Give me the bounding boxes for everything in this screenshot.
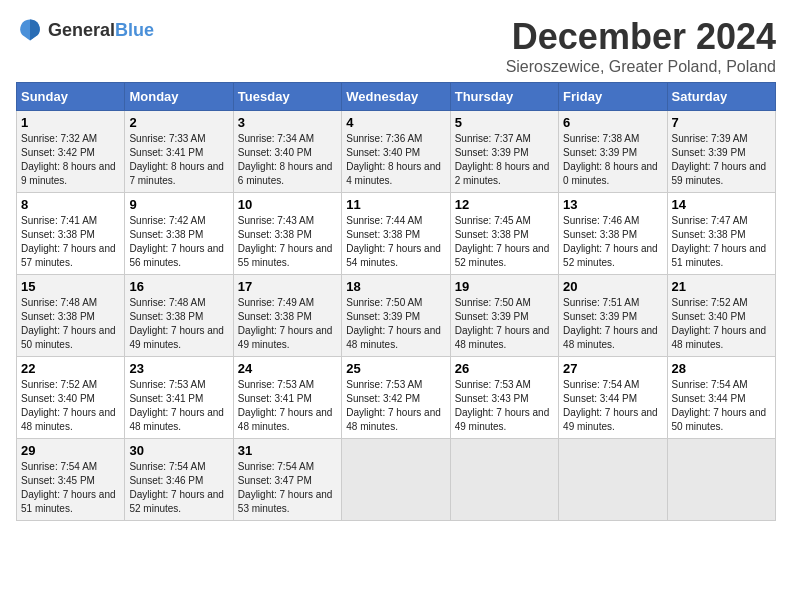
day-number: 4 — [346, 115, 445, 130]
day-info: Sunrise: 7:34 AMSunset: 3:40 PMDaylight:… — [238, 133, 333, 186]
week-row-1: 1 Sunrise: 7:32 AMSunset: 3:42 PMDayligh… — [17, 111, 776, 193]
day-cell: 29 Sunrise: 7:54 AMSunset: 3:45 PMDaylig… — [17, 439, 125, 521]
header-row: SundayMondayTuesdayWednesdayThursdayFrid… — [17, 83, 776, 111]
day-info: Sunrise: 7:54 AMSunset: 3:45 PMDaylight:… — [21, 461, 116, 514]
day-info: Sunrise: 7:39 AMSunset: 3:39 PMDaylight:… — [672, 133, 767, 186]
day-info: Sunrise: 7:52 AMSunset: 3:40 PMDaylight:… — [672, 297, 767, 350]
day-number: 2 — [129, 115, 228, 130]
day-number: 8 — [21, 197, 120, 212]
week-row-5: 29 Sunrise: 7:54 AMSunset: 3:45 PMDaylig… — [17, 439, 776, 521]
day-cell: 23 Sunrise: 7:53 AMSunset: 3:41 PMDaylig… — [125, 357, 233, 439]
day-number: 18 — [346, 279, 445, 294]
day-cell: 10 Sunrise: 7:43 AMSunset: 3:38 PMDaylig… — [233, 193, 341, 275]
day-cell: 22 Sunrise: 7:52 AMSunset: 3:40 PMDaylig… — [17, 357, 125, 439]
day-number: 14 — [672, 197, 771, 212]
day-info: Sunrise: 7:44 AMSunset: 3:38 PMDaylight:… — [346, 215, 441, 268]
day-number: 31 — [238, 443, 337, 458]
header-cell-tuesday: Tuesday — [233, 83, 341, 111]
day-info: Sunrise: 7:38 AMSunset: 3:39 PMDaylight:… — [563, 133, 658, 186]
day-number: 29 — [21, 443, 120, 458]
day-number: 27 — [563, 361, 662, 376]
day-number: 26 — [455, 361, 554, 376]
day-info: Sunrise: 7:32 AMSunset: 3:42 PMDaylight:… — [21, 133, 116, 186]
day-info: Sunrise: 7:42 AMSunset: 3:38 PMDaylight:… — [129, 215, 224, 268]
day-cell: 14 Sunrise: 7:47 AMSunset: 3:38 PMDaylig… — [667, 193, 775, 275]
day-number: 1 — [21, 115, 120, 130]
day-cell: 11 Sunrise: 7:44 AMSunset: 3:38 PMDaylig… — [342, 193, 450, 275]
day-cell: 18 Sunrise: 7:50 AMSunset: 3:39 PMDaylig… — [342, 275, 450, 357]
day-cell: 19 Sunrise: 7:50 AMSunset: 3:39 PMDaylig… — [450, 275, 558, 357]
day-info: Sunrise: 7:49 AMSunset: 3:38 PMDaylight:… — [238, 297, 333, 350]
day-info: Sunrise: 7:54 AMSunset: 3:47 PMDaylight:… — [238, 461, 333, 514]
day-cell: 4 Sunrise: 7:36 AMSunset: 3:40 PMDayligh… — [342, 111, 450, 193]
day-info: Sunrise: 7:50 AMSunset: 3:39 PMDaylight:… — [346, 297, 441, 350]
day-info: Sunrise: 7:33 AMSunset: 3:41 PMDaylight:… — [129, 133, 224, 186]
day-cell: 9 Sunrise: 7:42 AMSunset: 3:38 PMDayligh… — [125, 193, 233, 275]
day-number: 21 — [672, 279, 771, 294]
day-cell: 2 Sunrise: 7:33 AMSunset: 3:41 PMDayligh… — [125, 111, 233, 193]
day-info: Sunrise: 7:37 AMSunset: 3:39 PMDaylight:… — [455, 133, 550, 186]
day-number: 7 — [672, 115, 771, 130]
day-cell: 1 Sunrise: 7:32 AMSunset: 3:42 PMDayligh… — [17, 111, 125, 193]
day-cell: 27 Sunrise: 7:54 AMSunset: 3:44 PMDaylig… — [559, 357, 667, 439]
day-info: Sunrise: 7:48 AMSunset: 3:38 PMDaylight:… — [21, 297, 116, 350]
day-info: Sunrise: 7:54 AMSunset: 3:46 PMDaylight:… — [129, 461, 224, 514]
day-number: 28 — [672, 361, 771, 376]
day-number: 11 — [346, 197, 445, 212]
header-cell-saturday: Saturday — [667, 83, 775, 111]
logo: GeneralBlue — [16, 16, 154, 44]
day-cell: 17 Sunrise: 7:49 AMSunset: 3:38 PMDaylig… — [233, 275, 341, 357]
day-number: 20 — [563, 279, 662, 294]
day-cell: 6 Sunrise: 7:38 AMSunset: 3:39 PMDayligh… — [559, 111, 667, 193]
week-row-3: 15 Sunrise: 7:48 AMSunset: 3:38 PMDaylig… — [17, 275, 776, 357]
day-cell — [342, 439, 450, 521]
day-cell: 8 Sunrise: 7:41 AMSunset: 3:38 PMDayligh… — [17, 193, 125, 275]
day-number: 15 — [21, 279, 120, 294]
day-number: 13 — [563, 197, 662, 212]
day-number: 19 — [455, 279, 554, 294]
day-cell: 26 Sunrise: 7:53 AMSunset: 3:43 PMDaylig… — [450, 357, 558, 439]
header-cell-wednesday: Wednesday — [342, 83, 450, 111]
day-info: Sunrise: 7:43 AMSunset: 3:38 PMDaylight:… — [238, 215, 333, 268]
calendar-table: SundayMondayTuesdayWednesdayThursdayFrid… — [16, 82, 776, 521]
day-info: Sunrise: 7:45 AMSunset: 3:38 PMDaylight:… — [455, 215, 550, 268]
day-info: Sunrise: 7:53 AMSunset: 3:43 PMDaylight:… — [455, 379, 550, 432]
day-info: Sunrise: 7:47 AMSunset: 3:38 PMDaylight:… — [672, 215, 767, 268]
day-cell: 13 Sunrise: 7:46 AMSunset: 3:38 PMDaylig… — [559, 193, 667, 275]
day-cell: 7 Sunrise: 7:39 AMSunset: 3:39 PMDayligh… — [667, 111, 775, 193]
day-number: 25 — [346, 361, 445, 376]
header-cell-thursday: Thursday — [450, 83, 558, 111]
day-cell — [559, 439, 667, 521]
logo-text: GeneralBlue — [48, 20, 154, 41]
day-info: Sunrise: 7:54 AMSunset: 3:44 PMDaylight:… — [672, 379, 767, 432]
day-cell: 30 Sunrise: 7:54 AMSunset: 3:46 PMDaylig… — [125, 439, 233, 521]
subtitle: Sieroszewice, Greater Poland, Poland — [506, 58, 776, 76]
day-info: Sunrise: 7:46 AMSunset: 3:38 PMDaylight:… — [563, 215, 658, 268]
day-number: 16 — [129, 279, 228, 294]
day-number: 17 — [238, 279, 337, 294]
day-number: 5 — [455, 115, 554, 130]
day-cell: 20 Sunrise: 7:51 AMSunset: 3:39 PMDaylig… — [559, 275, 667, 357]
header-cell-monday: Monday — [125, 83, 233, 111]
day-cell — [667, 439, 775, 521]
day-number: 23 — [129, 361, 228, 376]
title-area: December 2024 Sieroszewice, Greater Pola… — [506, 16, 776, 76]
header-cell-friday: Friday — [559, 83, 667, 111]
day-cell: 31 Sunrise: 7:54 AMSunset: 3:47 PMDaylig… — [233, 439, 341, 521]
day-number: 3 — [238, 115, 337, 130]
day-info: Sunrise: 7:53 AMSunset: 3:41 PMDaylight:… — [238, 379, 333, 432]
day-info: Sunrise: 7:54 AMSunset: 3:44 PMDaylight:… — [563, 379, 658, 432]
day-number: 6 — [563, 115, 662, 130]
day-cell: 15 Sunrise: 7:48 AMSunset: 3:38 PMDaylig… — [17, 275, 125, 357]
day-cell: 28 Sunrise: 7:54 AMSunset: 3:44 PMDaylig… — [667, 357, 775, 439]
day-cell: 16 Sunrise: 7:48 AMSunset: 3:38 PMDaylig… — [125, 275, 233, 357]
day-info: Sunrise: 7:53 AMSunset: 3:41 PMDaylight:… — [129, 379, 224, 432]
day-number: 10 — [238, 197, 337, 212]
day-cell: 24 Sunrise: 7:53 AMSunset: 3:41 PMDaylig… — [233, 357, 341, 439]
day-number: 12 — [455, 197, 554, 212]
day-cell — [450, 439, 558, 521]
week-row-4: 22 Sunrise: 7:52 AMSunset: 3:40 PMDaylig… — [17, 357, 776, 439]
day-number: 9 — [129, 197, 228, 212]
header-cell-sunday: Sunday — [17, 83, 125, 111]
day-info: Sunrise: 7:48 AMSunset: 3:38 PMDaylight:… — [129, 297, 224, 350]
